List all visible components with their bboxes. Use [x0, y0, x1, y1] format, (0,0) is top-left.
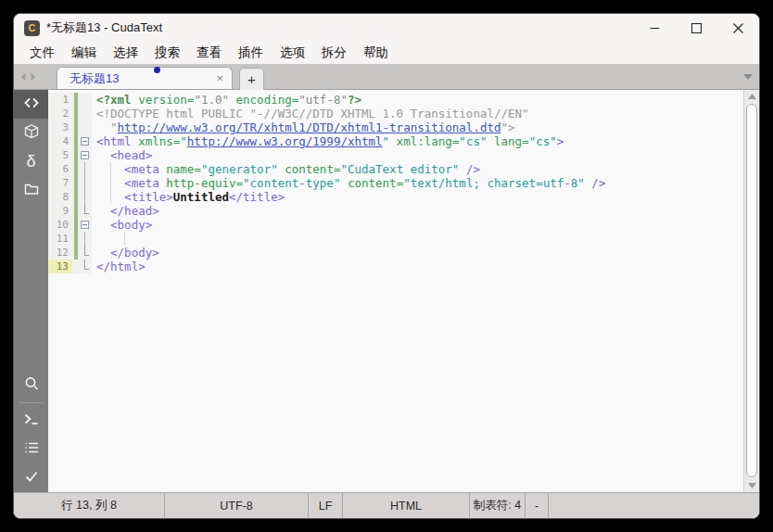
code-line-4: 4<html xmlns="http://www.w3.org/1999/xht…: [48, 134, 743, 148]
fold-toggle-icon[interactable]: [79, 218, 92, 232]
tab-modified-dot: [154, 67, 160, 73]
code-text[interactable]: <meta http-equiv="content-type" content=…: [92, 176, 743, 190]
code-text[interactable]: <body>: [92, 218, 743, 232]
scroll-up-button[interactable]: [744, 90, 759, 103]
tab-scroll-right-icon[interactable]: [30, 72, 37, 82]
close-button[interactable]: [717, 14, 759, 42]
app-icon: C: [24, 20, 40, 36]
modified-marker-column: [72, 93, 79, 107]
code-text[interactable]: <meta name="generator" content="CudaText…: [92, 162, 743, 176]
tab-close-icon[interactable]: ×: [216, 71, 223, 85]
sidebar-button-output[interactable]: [14, 435, 48, 463]
tab-list-dropdown-icon[interactable]: [743, 74, 753, 80]
fold-toggle-icon[interactable]: [79, 148, 92, 162]
sidebar-button-project[interactable]: [14, 119, 48, 147]
line-number[interactable]: 11: [48, 232, 72, 246]
status-cell-lexer[interactable]: HTML: [343, 493, 470, 518]
code-text[interactable]: <head>: [92, 148, 743, 162]
code-line-12: 12 </body>: [48, 246, 743, 260]
status-bar: 行 13, 列 8UTF-8LFHTML制表符: 4-: [14, 492, 759, 518]
fold-gutter: [79, 232, 92, 246]
menu-item-help[interactable]: 帮助: [355, 43, 397, 63]
menu-item-view[interactable]: 查看: [188, 43, 230, 63]
menu-item-search[interactable]: 搜索: [146, 43, 188, 63]
code-text[interactable]: "http://www.w3.org/TR/xhtml1/DTD/xhtml1-…: [92, 120, 743, 134]
minimize-icon: [650, 23, 660, 33]
tab-bar: 无标题13 × +: [14, 64, 759, 90]
line-number[interactable]: 7: [48, 176, 72, 190]
menu-item-file[interactable]: 文件: [21, 43, 63, 63]
code-text[interactable]: <html xmlns="http://www.w3.org/1999/xhtm…: [92, 134, 743, 148]
line-number[interactable]: 10: [48, 218, 72, 232]
fold-gutter: [79, 246, 92, 260]
sidebar-button-code-tree[interactable]: [14, 90, 48, 119]
code-text[interactable]: <?xml version="1.0" encoding="utf-8"?>: [92, 93, 743, 107]
fold-gutter: [79, 93, 92, 107]
title-bar[interactable]: C *无标题13 - CudaText: [14, 14, 759, 42]
modified-marker-column: [72, 162, 79, 176]
delta-icon: δ: [26, 152, 35, 171]
modified-marker-column: [72, 190, 79, 204]
sidebar-button-console[interactable]: [14, 406, 48, 435]
line-number[interactable]: 13: [48, 260, 72, 273]
line-number[interactable]: 2: [48, 107, 72, 120]
tab-scroll-left-icon[interactable]: [19, 72, 27, 82]
fold-toggle-icon[interactable]: [79, 134, 92, 148]
window-title: *无标题13 - CudaText: [46, 19, 162, 36]
code-text[interactable]: [92, 232, 743, 246]
sidebar-button-snippets[interactable]: δ: [14, 147, 48, 176]
check-icon: [23, 468, 40, 488]
code-text[interactable]: <title>Untitled</title>: [92, 190, 743, 204]
status-cell-insert-mode[interactable]: -: [526, 493, 549, 518]
code-line-9: 9 </head>: [48, 204, 743, 218]
line-number[interactable]: 9: [48, 204, 72, 218]
line-number[interactable]: 3: [48, 120, 72, 134]
sidebar-button-tabs-panel[interactable]: [14, 176, 48, 205]
code-line-10: 10 <body>: [48, 218, 743, 232]
search-icon: [23, 375, 40, 396]
menu-item-split[interactable]: 拆分: [313, 43, 355, 63]
menu-item-selection[interactable]: 选择: [105, 43, 146, 63]
fold-gutter: [79, 176, 92, 190]
code-text[interactable]: </head>: [92, 204, 743, 218]
menu-item-options[interactable]: 选项: [272, 43, 313, 63]
new-tab-button[interactable]: +: [239, 68, 264, 90]
tab-untitled13[interactable]: 无标题13 ×: [57, 67, 233, 89]
maximize-button[interactable]: [676, 14, 717, 42]
scrollbar-thumb[interactable]: [746, 104, 757, 477]
line-number[interactable]: 1: [48, 93, 72, 107]
line-number[interactable]: 6: [48, 162, 72, 176]
line-number[interactable]: 12: [48, 246, 72, 260]
fold-gutter: [79, 120, 92, 134]
sidebar-button-search[interactable]: [14, 371, 48, 399]
tab-label: 无标题13: [70, 70, 119, 87]
modified-marker-column: [72, 148, 79, 162]
code-text[interactable]: </body>: [92, 246, 743, 260]
scroll-down-button[interactable]: [744, 479, 759, 492]
line-number[interactable]: 5: [48, 148, 72, 162]
status-cell-encoding[interactable]: UTF-8: [165, 493, 309, 518]
menu-item-plugins[interactable]: 插件: [230, 43, 272, 63]
menu-bar: 文件编辑选择搜索查看插件选项拆分帮助: [14, 42, 759, 64]
line-number[interactable]: 4: [48, 134, 72, 148]
status-cell-caret-pos[interactable]: 行 13, 列 8: [14, 493, 165, 518]
minimize-button[interactable]: [634, 14, 676, 42]
code-editor[interactable]: 1<?xml version="1.0" encoding="utf-8"?>2…: [48, 90, 743, 492]
sidebar-button-validate[interactable]: [14, 463, 48, 492]
code-text[interactable]: <!DOCTYPE html PUBLIC "-//W3C//DTD XHTML…: [92, 107, 743, 120]
menu-item-edit[interactable]: 编辑: [63, 43, 105, 63]
modified-marker-column: [72, 204, 79, 218]
modified-marker-column: [72, 120, 79, 134]
modified-marker-column: [72, 218, 79, 232]
code-text[interactable]: </html>: [92, 260, 743, 273]
code-line-6: 6 <meta name="generator" content="CudaTe…: [48, 162, 743, 176]
status-cell-tab-size[interactable]: 制表符: 4: [470, 493, 526, 518]
vertical-scrollbar[interactable]: [743, 90, 759, 492]
side-panel-bar: δ: [14, 90, 48, 492]
folder-icon: [23, 181, 40, 201]
status-cell-line-ends[interactable]: LF: [309, 493, 343, 518]
code-line-7: 7 <meta http-equiv="content-type" conten…: [48, 176, 743, 190]
code-line-2: 2<!DOCTYPE html PUBLIC "-//W3C//DTD XHTM…: [48, 107, 743, 120]
package-icon: [23, 123, 40, 144]
line-number[interactable]: 8: [48, 190, 72, 204]
